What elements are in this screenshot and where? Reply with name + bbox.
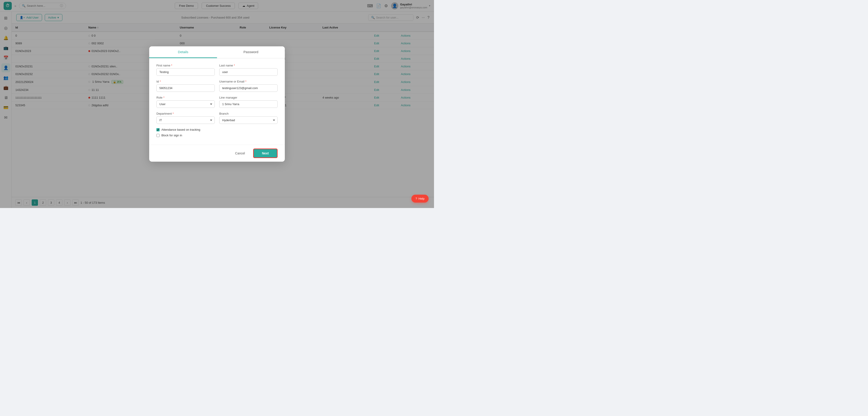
form-group-id: Id * (156, 80, 215, 92)
role-label: Role * (156, 96, 215, 99)
first-name-label: First name * (156, 64, 215, 67)
modal-tabs: Details Password (149, 46, 285, 58)
form-row-name: First name * Last name * (156, 64, 278, 76)
required-star: * (171, 64, 172, 67)
form-row-role: Role * User Line manager (156, 96, 278, 108)
form-group-username: Username or Email * (219, 80, 278, 92)
required-star-2: * (234, 64, 235, 67)
modal-overlay: Details Password First name * Last name … (0, 0, 434, 208)
modal-footer: Cancel Next (149, 145, 285, 162)
attendance-checkbox[interactable] (156, 128, 160, 131)
username-email-label: Username or Email * (219, 80, 278, 83)
tab-password[interactable]: Password (217, 46, 285, 58)
line-manager-label: Line manager (219, 96, 278, 99)
form-group-firstname: First name * (156, 64, 215, 76)
form-group-role: Role * User (156, 96, 215, 108)
cancel-button[interactable]: Cancel (230, 149, 250, 157)
form-group-branch: Branch Hyderbad (219, 112, 278, 124)
form-row-dept: Department * IT Branch Hyderbad (156, 112, 278, 124)
modal-body: First name * Last name * I (149, 58, 285, 145)
help-icon: ? (415, 197, 417, 200)
block-checkbox[interactable] (156, 134, 160, 137)
username-email-input[interactable] (219, 84, 278, 92)
form-group-line-manager: Line manager (219, 96, 278, 108)
required-star-5: * (163, 96, 164, 99)
line-manager-input[interactable] (219, 100, 278, 108)
required-star-4: * (245, 80, 246, 83)
add-user-modal: Details Password First name * Last name … (149, 46, 285, 162)
id-input[interactable] (156, 84, 215, 92)
first-name-input[interactable] (156, 68, 215, 76)
role-select[interactable]: User (156, 100, 215, 108)
form-group-department: Department * IT (156, 112, 215, 124)
block-label: Block for sign in (161, 133, 182, 137)
attendance-checkbox-row: Attendance based on tracking (156, 128, 278, 131)
form-group-lastname: Last name * (219, 64, 278, 76)
required-star-3: * (160, 80, 161, 83)
last-name-input[interactable] (219, 68, 278, 76)
block-checkbox-row: Block for sign in (156, 133, 278, 137)
tab-details[interactable]: Details (149, 46, 217, 58)
branch-label: Branch (219, 112, 278, 115)
help-fab[interactable]: ? Help (411, 195, 429, 203)
last-name-label: Last name * (219, 64, 278, 67)
id-label: Id * (156, 80, 215, 83)
department-select[interactable]: IT (156, 116, 215, 124)
department-label: Department * (156, 112, 215, 115)
next-button[interactable]: Next (253, 149, 278, 158)
attendance-label: Attendance based on tracking (161, 128, 200, 131)
form-row-id: Id * Username or Email * (156, 80, 278, 92)
required-star-6: * (173, 112, 174, 115)
branch-select[interactable]: Hyderbad (219, 116, 278, 124)
